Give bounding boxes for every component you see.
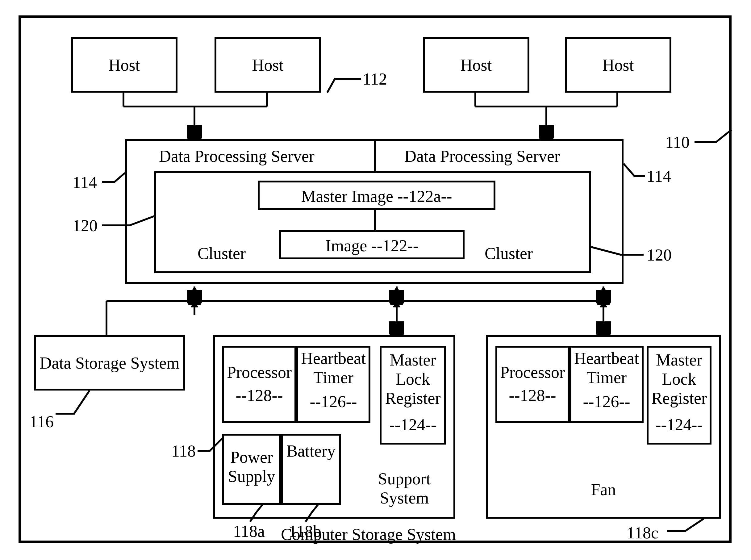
- ref-110: 110: [665, 133, 690, 152]
- support-mlr-id: --124--: [380, 415, 446, 434]
- host-1-label: Host: [71, 56, 178, 75]
- fan-hb-id: --126--: [569, 392, 644, 411]
- host-4-label: Host: [565, 56, 671, 75]
- support-proc-name: Processor: [222, 363, 296, 382]
- host-2-label: Host: [215, 56, 321, 75]
- ref-120-right: 120: [647, 245, 672, 264]
- fan-mlr-name: MasterLockRegister: [647, 351, 711, 408]
- server-right-label: Data Processing Server: [404, 147, 560, 166]
- support-battery-name: Battery: [281, 441, 341, 461]
- fan-hb-name: HeartbeatTimer: [569, 349, 644, 387]
- ref-118c: 118c: [627, 523, 658, 542]
- support-hb-id: --126--: [296, 392, 370, 411]
- ref-118: 118: [171, 441, 196, 461]
- support-proc-id: --128--: [222, 386, 296, 405]
- data-storage-label: Data Storage System: [34, 354, 185, 373]
- image-label: Image --122--: [279, 236, 465, 255]
- support-processor-box: [222, 346, 296, 423]
- ref-114-right: 114: [647, 167, 671, 186]
- cluster-right-label: Cluster: [485, 244, 533, 263]
- ref-116: 116: [29, 412, 54, 431]
- diagram-root: Host Host Host Host Data Processing Serv…: [0, 0, 751, 560]
- support-mlr-name: MasterLockRegister: [380, 351, 446, 408]
- ref-114-left: 114: [73, 173, 97, 192]
- cluster-left-label: Cluster: [198, 244, 246, 263]
- fan-label: Fan: [486, 480, 721, 499]
- server-left-label: Data Processing Server: [159, 147, 314, 166]
- fan-processor-box: [495, 346, 569, 423]
- ref-120-left: 120: [73, 216, 98, 235]
- fan-mlr-id: --124--: [647, 415, 711, 434]
- ref-118a: 118a: [233, 522, 265, 541]
- fan-proc-id: --128--: [495, 386, 569, 405]
- fan-proc-name: Processor: [495, 363, 569, 382]
- host-3-label: Host: [423, 56, 529, 75]
- support-power-name: PowerSupply: [222, 448, 281, 486]
- support-label: SupportSystem: [358, 469, 451, 507]
- ref-112: 112: [363, 69, 387, 88]
- master-image-label: Master Image --122a--: [258, 187, 495, 206]
- support-hb-name: HeartbeatTimer: [296, 349, 370, 387]
- ref-118b: 118b: [289, 522, 321, 541]
